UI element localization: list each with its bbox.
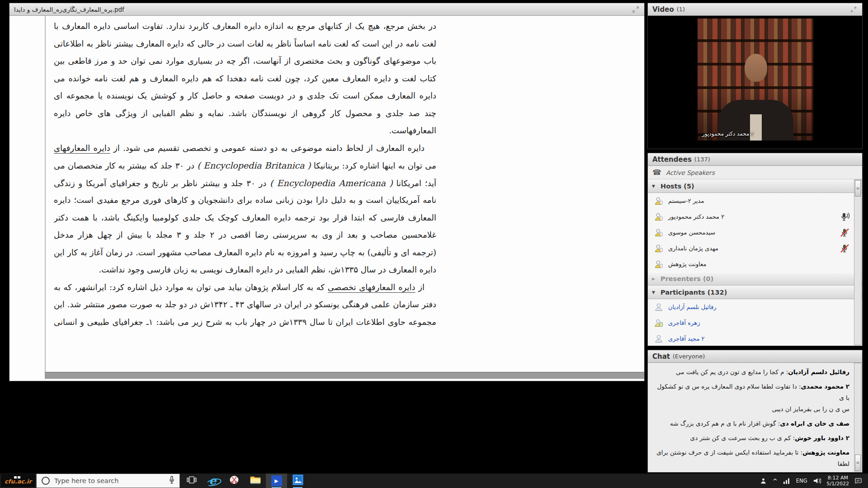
chat-message: ۲ محمود محمدی: دا تفاوت لطفا سلام دوی ال… — [653, 381, 849, 415]
attendee-name: سیدمحسن موسوی — [668, 229, 715, 236]
pdf-page[interactable]: در بخش مرجع، هیچ یک از کتابهای مرجع به ا… — [9, 16, 644, 381]
mic-muted-icon[interactable] — [840, 244, 850, 253]
chat-text: باشند خوانا ها نوشته — [797, 471, 849, 473]
pdf-text-line: دفتر سازمان علمی فرهنگی یونسکو در ایران … — [54, 296, 436, 314]
section-label: Participants (132) — [660, 289, 727, 296]
pdf-text-line: (ترجمه ای و تألیفی) به چاپ رسید و امروزه… — [54, 244, 436, 262]
attendee-name: رفائیل نلسم آزادیان — [668, 304, 717, 310]
mic-on-icon[interactable] — [840, 212, 850, 221]
attendee-name: مهدی پژمان نامداری — [668, 245, 718, 252]
attendees-title: Attendees — [652, 155, 692, 164]
internet-explorer-icon: e — [209, 476, 217, 486]
search-mic-icon[interactable] — [169, 476, 175, 486]
attendees-pod: Attendees (137) ☎ Active Speakers ▼Hosts… — [647, 153, 863, 346]
phone-icon: ☎ — [652, 168, 661, 177]
search-placeholder: Type here to search — [54, 477, 169, 484]
host-avatar-icon — [654, 228, 663, 237]
pdf-text-line: غلامحسین مصاحب و بعد از وی به سرپرستی رض… — [54, 226, 436, 244]
mic-muted-icon[interactable] — [840, 228, 850, 237]
section-presenters[interactable]: ▶Presenters (0) — [648, 272, 862, 286]
attendee-row[interactable]: ۲ مجید آقاجری — [648, 331, 862, 346]
chat-message: معاونت پژوهش: تا بفرمایید استفاده ایکس ش… — [653, 447, 849, 473]
snipping-tool-icon — [229, 475, 239, 487]
attendee-row[interactable]: رفائیل نلسم آزادیان — [648, 299, 862, 315]
taskbar-search[interactable]: Type here to search — [36, 474, 180, 488]
active-speakers-row[interactable]: ☎ Active Speakers — [648, 166, 862, 179]
chat-text: م کجا را مدایع ی تون دری یم کن یافت می — [676, 368, 784, 375]
pdf-text-line: دایره المعارف در سال ۱۳۳۵ش، نظم الفبایی … — [54, 261, 436, 279]
chat-text: گوش افزار نام با ی م هم کردی بزرگ شه — [670, 420, 776, 427]
document-pod-header: یره_المعارف_نگَاری‌ره_المعارف و دایدا.pd… — [9, 3, 644, 16]
attendee-name: مدیر ۲-سیستم — [668, 197, 704, 204]
host-avatar-icon — [654, 244, 663, 253]
taskbar-icon-file-explorer[interactable] — [245, 474, 266, 488]
grip-icon: ≡ — [856, 460, 860, 465]
show-hidden-icons[interactable]: ^ — [773, 478, 778, 484]
chat-sender: معاونت پژوهش — [802, 449, 849, 456]
webcam-feed[interactable]: ۲ محمد دکتر محمودپور — [698, 19, 813, 141]
attendee-list: ▼Hosts (5)مدیر ۲-سیستم۲ محمد دکتر محمودپ… — [648, 179, 862, 346]
scroll-thumb[interactable]: ≡ — [855, 180, 861, 197]
pdf-text-line: مجموعه حاوی اطلاعات ایران تا سال ۱۳۳۹ش د… — [54, 314, 436, 331]
people-icon[interactable] — [760, 478, 767, 484]
taskbar-icon-task-view[interactable] — [181, 474, 202, 488]
page-separator — [45, 372, 644, 379]
attendee-row[interactable]: زهره آقاجری — [648, 315, 862, 331]
chat-scrollbar[interactable]: ≡ — [854, 363, 862, 472]
pdf-text-line: می توان به اینها اشاره کرد: بریتانیکا ( … — [54, 157, 436, 174]
attendee-row[interactable]: سیدمحسن موسوی — [648, 225, 862, 240]
section-label: Presenters (0) — [660, 275, 713, 282]
video-speaker-name: ۲ محمد دکتر محمودپور — [702, 131, 754, 137]
video-pod-title: Video — [652, 5, 674, 14]
attendees-count: (137) — [694, 156, 710, 163]
pdf-text-line: از دایره المعارفهای تخصصی که به کار اسلا… — [54, 279, 436, 296]
active-speakers-label: Active Speakers — [666, 169, 715, 176]
pdf-text-line: باب موضوعهای گوناگون و بحث مختصری از آنه… — [54, 52, 436, 70]
taskbar-icon-snipping-tool[interactable] — [223, 474, 245, 488]
chevron-right-icon: ▶ — [652, 277, 656, 281]
fullscreen-icon[interactable] — [632, 5, 640, 14]
page-left-edge — [45, 16, 46, 372]
taskbar-icon-internet-explorer[interactable]: e — [202, 474, 223, 488]
network-icon[interactable] — [783, 478, 790, 484]
action-center-icon[interactable] — [855, 478, 862, 484]
pdf-text-line: المعارف فارسی که ابتدا قرار بود ترجمه دا… — [54, 209, 436, 227]
chat-scope: (Everyone) — [673, 353, 705, 360]
volume-icon[interactable] — [813, 478, 821, 484]
attendee-row[interactable]: مهدی پژمان نامداری — [648, 240, 862, 256]
pdf-text-line: نامه آمریکاییان است و به دلیل دارا بودن … — [54, 192, 436, 209]
chat-message-list[interactable]: رفائیل دلسم آزادیان: م کجا را مدایع ی تو… — [648, 363, 854, 472]
document-share-pod: یره_المعارف_نگَاری‌ره_المعارف و دایدا.pd… — [9, 3, 645, 381]
taskbar-icon-photos[interactable] — [287, 474, 308, 488]
pdf-text-line: لغت نامه در این است که لغت نامه اساساً ن… — [54, 35, 436, 53]
host-avatar-icon — [654, 260, 663, 269]
clock[interactable]: 8:12 AM 5/1/2022 — [827, 475, 849, 487]
films-tv-icon: ▶ — [271, 475, 282, 486]
system-tray: ^ ENG 8:12 AM 5/1/2022 — [760, 474, 868, 488]
chat-text: س ی ن را بی بفرمایز ان دیبی — [772, 405, 849, 413]
chat-message: رفائیل دلسم آزادیان: م کجا را مدایع ی تو… — [653, 366, 849, 378]
task-view-icon — [187, 475, 197, 487]
video-fullscreen-icon[interactable] — [849, 5, 858, 14]
watermark-text: cfu.ac.ir — [5, 479, 32, 485]
scroll-thumb[interactable]: ≡ — [855, 455, 861, 471]
chat-message: صف ی خان ی ابراه دی: گوش افزار نام با ی … — [653, 418, 849, 429]
pdf-text-line: کتاب لغت و دایره المعارف معین کرد، چون ل… — [54, 70, 436, 88]
section-participants[interactable]: ▼Participants (132) — [648, 286, 862, 299]
tray-time: 8:12 AM — [828, 475, 848, 481]
video-pod-header: Video (1) — [648, 3, 862, 16]
watermark-logo: cfu.ac.ir — [1, 474, 35, 487]
taskbar-icon-films-tv[interactable]: ▶ — [266, 474, 287, 488]
section-hosts[interactable]: ▼Hosts (5) — [648, 179, 862, 193]
chat-sender: صف ی خان ی ابراه دی — [780, 420, 849, 427]
participant-avatar-icon — [654, 303, 663, 312]
attendee-row[interactable]: معاونت پژوهش — [648, 256, 862, 272]
participant-phone-avatar-icon — [654, 319, 663, 328]
tray-date: 5/1/2022 — [827, 481, 849, 487]
chat-sender: ۲ محمود محمدی — [801, 383, 850, 390]
attendee-row[interactable]: ۲ محمد دکتر محمودپور — [648, 209, 862, 225]
language-indicator[interactable]: ENG — [796, 478, 807, 484]
attendees-scrollbar[interactable]: ≡ — [854, 179, 862, 345]
attendee-row[interactable]: مدیر ۲-سیستم — [648, 193, 862, 209]
pdf-text-line: چند صد جلدی و محصول کار گروهی از نویسندگ… — [54, 105, 436, 122]
